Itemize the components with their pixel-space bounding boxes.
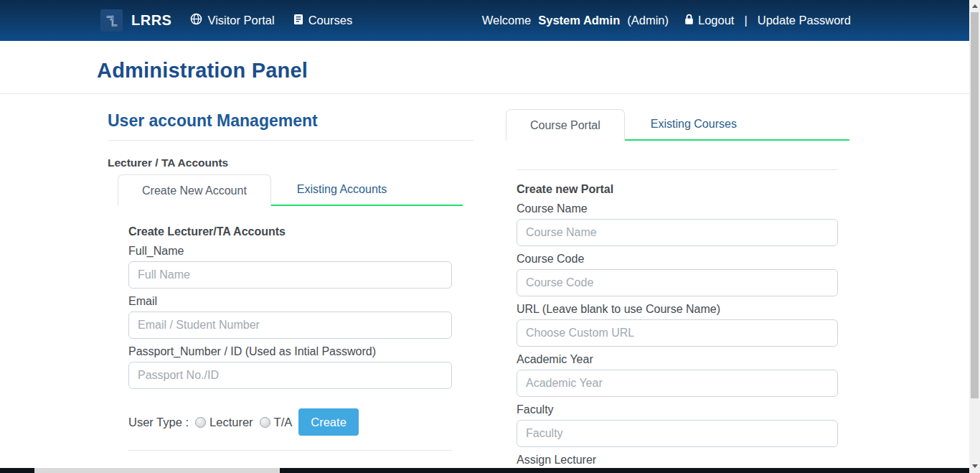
faculty-input[interactable] bbox=[517, 420, 838, 447]
url-label: URL (Leave blank to use Course Name) bbox=[517, 303, 838, 316]
course-name-input[interactable] bbox=[517, 219, 838, 246]
create-account-form-title: Create Lecturer/TA Accounts bbox=[128, 225, 452, 238]
logout-label: Logout bbox=[698, 14, 734, 27]
course-tabs: Course Portal Existing Courses bbox=[506, 109, 849, 141]
faculty-label: Faculty bbox=[517, 403, 838, 416]
lock-icon bbox=[684, 14, 694, 28]
account-tabs: Create New Account Existing Accounts bbox=[108, 174, 463, 206]
user-name: System Admin bbox=[538, 14, 620, 27]
user-role: (Admin) bbox=[627, 14, 669, 27]
course-name-label: Course Name bbox=[517, 202, 838, 215]
nav-visitor-portal-label: Visitor Portal bbox=[207, 14, 274, 27]
full-name-label: Full_Name bbox=[128, 245, 452, 258]
lecturer-radio-label[interactable]: Lecturer bbox=[209, 416, 253, 429]
tab-existing-accounts[interactable]: Existing Accounts bbox=[297, 183, 387, 196]
top-navbar: LRRS Visitor Portal Courses bbox=[0, 0, 969, 41]
email-input[interactable] bbox=[128, 312, 452, 339]
full-name-input[interactable] bbox=[128, 261, 452, 289]
tab-create-new-account[interactable]: Create New Account bbox=[118, 174, 271, 206]
nav-visitor-portal[interactable]: Visitor Portal bbox=[190, 13, 274, 28]
ta-radio-label[interactable]: T/A bbox=[274, 416, 293, 429]
custom-url-input[interactable] bbox=[517, 319, 838, 347]
academic-year-input[interactable] bbox=[517, 370, 838, 397]
globe-icon bbox=[190, 13, 202, 28]
create-account-form: Create Lecturer/TA Accounts Full_Name Em… bbox=[128, 225, 452, 451]
user-type-row: User Type : Lecturer T/A Create bbox=[128, 408, 452, 436]
create-account-button[interactable]: Create bbox=[298, 408, 359, 436]
email-label: Email bbox=[128, 295, 452, 308]
logout-link[interactable]: Logout bbox=[684, 14, 734, 28]
course-code-input[interactable] bbox=[517, 269, 838, 296]
passport-input[interactable] bbox=[128, 362, 452, 389]
create-portal-form: Create new Portal Course Name Course Cod… bbox=[517, 183, 838, 473]
welcome-text: Welcome bbox=[482, 14, 531, 27]
create-portal-form-title: Create new Portal bbox=[517, 183, 838, 196]
assign-lecturer-label: Assign Lecturer bbox=[517, 454, 838, 467]
tab-course-portal-label: Course Portal bbox=[530, 119, 600, 132]
brand-lrrs[interactable]: LRRS bbox=[131, 12, 171, 29]
lecturer-ta-accounts-label: Lecturer / TA Accounts bbox=[108, 156, 473, 169]
left-panel-title: User account Management bbox=[108, 111, 473, 131]
course-portal-panel: Course Portal Existing Courses Create ne… bbox=[506, 94, 849, 473]
triangle-down-icon bbox=[972, 464, 978, 468]
lecturer-radio[interactable] bbox=[195, 417, 206, 428]
vertical-scrollbar-thumb[interactable] bbox=[971, 12, 979, 398]
user-account-management-panel: User account Management Lecturer / TA Ac… bbox=[108, 94, 473, 451]
course-code-label: Course Code bbox=[517, 253, 838, 266]
divider bbox=[128, 450, 452, 451]
horizontal-scrollbar-thumb[interactable] bbox=[34, 468, 280, 473]
divider bbox=[517, 169, 838, 170]
horizontal-scrollbar[interactable] bbox=[0, 468, 969, 473]
academic-year-label: Academic Year bbox=[517, 353, 838, 366]
tab-course-portal[interactable]: Course Portal bbox=[506, 109, 625, 141]
passport-label: Passport_Number / ID (Used as Intial Pas… bbox=[128, 345, 452, 358]
page-title: Administration Panel bbox=[97, 59, 308, 83]
update-password-label: Update Password bbox=[758, 14, 851, 27]
nav-separator: | bbox=[744, 14, 747, 27]
lrrs-logo-icon[interactable] bbox=[100, 9, 123, 32]
nav-courses-label: Courses bbox=[308, 14, 352, 27]
nav-courses[interactable]: Courses bbox=[293, 14, 352, 28]
course-tabs-rest: Existing Courses bbox=[625, 109, 849, 141]
triangle-up-icon bbox=[972, 4, 978, 8]
account-tabs-rest: Existing Accounts bbox=[271, 174, 463, 206]
ta-radio[interactable] bbox=[260, 417, 270, 428]
tab-create-new-account-label: Create New Account bbox=[142, 184, 247, 197]
user-type-label: User Type : bbox=[128, 416, 189, 429]
scroll-down-button[interactable] bbox=[969, 460, 980, 472]
scroll-up-button[interactable] bbox=[969, 0, 980, 11]
page-header: Administration Panel bbox=[0, 41, 969, 94]
tab-existing-courses[interactable]: Existing Courses bbox=[651, 118, 737, 131]
update-password-link[interactable]: Update Password bbox=[758, 14, 851, 27]
book-icon bbox=[293, 14, 303, 28]
vertical-scrollbar[interactable] bbox=[969, 0, 980, 473]
divider bbox=[108, 140, 473, 141]
